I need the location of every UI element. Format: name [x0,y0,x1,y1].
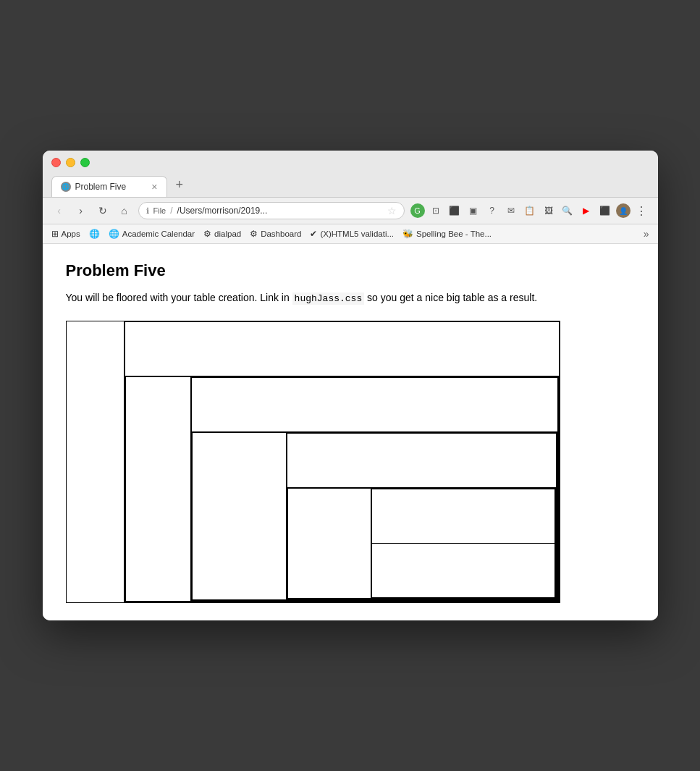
level-7-table [287,488,556,599]
new-tab-button[interactable]: + [169,173,191,197]
home-button[interactable]: ⌂ [117,203,132,219]
table-cell-2-2 [125,376,559,602]
table-cell-2-1 [125,321,559,376]
page-title: Problem Five [66,261,635,280]
traffic-lights [51,158,649,167]
globe-icon: 🌐 [89,229,100,239]
back-button[interactable]: ‹ [51,203,67,219]
level-8-table [371,489,555,598]
code-snippet: hughJass.css [292,292,365,305]
table-cell-7-1 [287,488,371,598]
image-icon[interactable]: 🖼 [541,203,557,219]
bookmark-spelling-label: Spelling Bee - The... [416,229,492,238]
bookmark-academic[interactable]: 🌐 Academic Calendar [109,229,195,239]
dialpad-icon: ⚙ [203,229,211,239]
level-2-table [125,321,560,602]
table-cell-5-1 [192,432,286,599]
note-icon[interactable]: 📋 [522,203,538,219]
bookmark-star-icon[interactable]: ☆ [387,205,397,216]
level-3-table [125,376,559,602]
table-cell-3-1 [125,376,190,601]
bookmark-html5-label: (X)HTML5 validati... [320,229,394,238]
table-cell-8-1 [371,489,554,543]
info-icon: ℹ [146,206,149,216]
page-description: You will be floored with your table crea… [66,290,635,306]
vault2-icon[interactable]: ▣ [465,203,481,219]
table-container [66,321,635,603]
bookmark-dashboard-label: Dashboard [261,229,301,238]
dashboard-icon: ⚙ [250,229,258,239]
tab-favicon: 🌐 [61,182,71,192]
home-icon: ⌂ [121,205,127,216]
tab-close-button[interactable]: × [151,181,157,193]
table-cell-5-2 [286,432,557,599]
table-cell-4-1 [191,377,557,431]
table-cell-1-2 [124,321,560,602]
table-cell-6-1 [287,433,556,487]
bee-icon: 🐝 [402,229,413,239]
table-cell-1-1 [66,321,124,602]
search2-icon[interactable]: 🔍 [560,203,575,219]
maximize-button[interactable] [80,158,90,167]
refresh-button[interactable]: ↻ [95,203,111,219]
description-text-start: You will be floored with your table crea… [66,292,292,303]
file-label: File [153,206,166,215]
bookmark-academic-label: Academic Calendar [122,229,195,238]
vault-icon[interactable]: ⬛ [447,203,463,219]
profile-icon[interactable]: ⬛ [597,203,613,219]
bookmarks-bar: ⊞ Apps 🌐 🌐 Academic Calendar ⚙ dialpad ⚙… [43,224,658,244]
bookmark-dashboard[interactable]: ⚙ Dashboard [250,229,301,239]
back-icon: ‹ [57,205,61,216]
browser-window: 🌐 Problem Five × + ‹ › ↻ ⌂ ℹ File / /Use… [43,151,658,620]
bookmark-html5[interactable]: ✔ (X)HTML5 validati... [310,229,394,239]
cast-icon[interactable]: ⊡ [428,203,444,219]
question-icon[interactable]: ? [484,203,500,219]
refresh-icon: ↻ [98,205,107,216]
close-button[interactable] [51,158,61,167]
path-separator: / [170,206,172,216]
bookmark-dialpad-label: dialpad [214,229,241,238]
description-text-end: so you get a nice big table as a result. [364,292,537,303]
bookmark-spelling[interactable]: 🐝 Spelling Bee - The... [402,229,492,239]
address-text: /Users/morrison/2019... [177,206,383,216]
extensions-icon[interactable]: G [410,203,425,218]
minimize-button[interactable] [66,158,75,167]
nav-actions: G ⊡ ⬛ ▣ ? ✉ 📋 🖼 🔍 ▶ ⬛ 👤 ⋮ [410,203,649,219]
forward-icon: › [79,205,83,216]
tabs-row: 🌐 Problem Five × + [51,173,649,197]
title-bar: 🌐 Problem Five × + [43,151,658,198]
bookmark-apps[interactable]: ⊞ Apps [51,229,80,239]
level-6-table [287,433,557,599]
table-cell-6-2 [287,487,556,599]
address-bar[interactable]: ℹ File / /Users/morrison/2019... ☆ [138,202,405,219]
mail-icon[interactable]: ✉ [503,203,519,219]
menu-icon[interactable]: ⋮ [633,203,649,219]
bookmark-apps-label: Apps [62,229,80,238]
table-cell-7-2 [371,488,555,598]
table-cell-8-2 [371,543,554,597]
active-tab[interactable]: 🌐 Problem Five × [51,176,167,197]
level-4-table [191,377,558,601]
bookmark-globe[interactable]: 🌐 [89,229,100,239]
play-icon[interactable]: ▶ [578,203,594,219]
html5-icon: ✔ [310,229,317,239]
page-content: Problem Five You will be floored with yo… [43,244,658,620]
nav-bar: ‹ › ↻ ⌂ ℹ File / /Users/morrison/2019...… [43,198,658,224]
forward-button[interactable]: › [73,203,89,219]
table-cell-4-2 [191,431,557,600]
avatar-icon[interactable]: 👤 [616,203,631,218]
table-cell-3-2 [190,376,558,601]
tab-title: Problem Five [75,182,148,192]
bookmarks-more-button[interactable]: » [644,228,649,240]
academic-icon: 🌐 [109,229,119,239]
bookmark-dialpad[interactable]: ⚙ dialpad [203,229,241,239]
apps-grid-icon: ⊞ [51,229,59,239]
level-5-table [192,432,557,600]
level-1-table [66,321,560,603]
